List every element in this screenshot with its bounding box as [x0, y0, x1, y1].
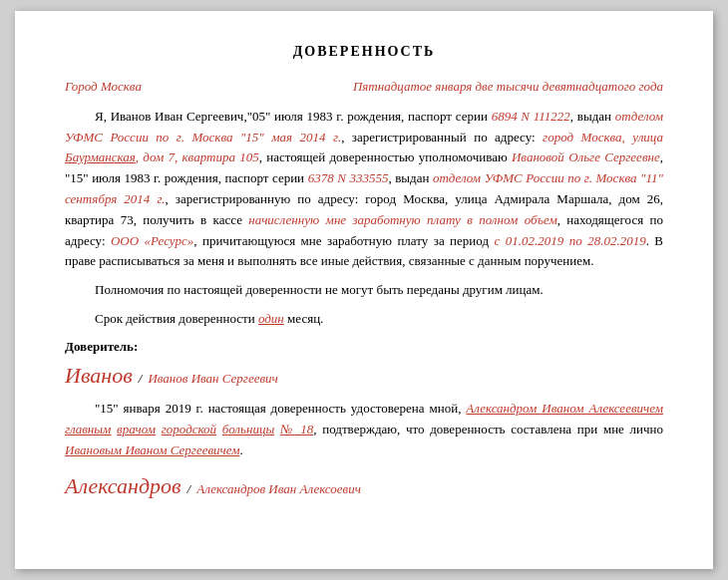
- document-title: ДОВЕРЕННОСТЬ: [65, 41, 663, 63]
- trustor-name2: Ивановым Иваном Сергеевичем: [65, 442, 240, 457]
- document-page: ДОВЕРЕННОСТЬ Город Москва Пятнадцатое ян…: [15, 11, 713, 569]
- purpose: начисленную мне заработную плату в полно…: [248, 212, 556, 227]
- notary-name: Александром Иваном Алексеевичем главным …: [65, 401, 663, 436]
- term-word: один: [258, 311, 284, 326]
- signature2-plain: Александров Иван Алексоевич: [196, 479, 361, 499]
- header-line: Город Москва Пятнадцатое января две тыся…: [65, 77, 663, 97]
- signature1-cursive: Иванов: [65, 359, 133, 393]
- notary-section: "15" января 2019 г. настоящая довереннос…: [65, 399, 663, 460]
- notary-signature-block: Александров / Александров Иван Алексоеви…: [65, 469, 663, 503]
- signature2-line: Александров / Александров Иван Алексоеви…: [65, 469, 663, 503]
- signature2-slash: /: [187, 479, 191, 499]
- paragraph-term: Срок действия доверенности один месяц.: [65, 309, 663, 329]
- main-paragraph: Я, Иванов Иван Сергеевич,"05" июля 1983 …: [65, 107, 663, 272]
- principal: Ивановой Ольге Сергеевне: [512, 149, 660, 164]
- paragraph-powers: Полномочия по настоящей доверенности не …: [65, 280, 663, 301]
- notary-paragraph: "15" января 2019 г. настоящая довереннос…: [65, 399, 663, 460]
- passport2: 6378 N 333555: [308, 170, 389, 185]
- date-label: Пятнадцатое января две тысячи девятнадца…: [353, 77, 663, 97]
- period: с 01.02.2019 по 28.02.2019: [495, 233, 646, 248]
- city-label: Город Москва: [65, 77, 142, 97]
- passport1: 6894 N 111222: [492, 109, 570, 124]
- signature1-slash: /: [139, 369, 143, 389]
- signature1-plain: Иванов Иван Сергеевич: [148, 369, 277, 389]
- trustor-block: Доверитель: Иванов / Иванов Иван Сергеев…: [65, 337, 663, 393]
- signature2-cursive: Александров: [65, 469, 182, 503]
- org: ООО «Ресурс»: [111, 233, 193, 248]
- trustor-label: Доверитель:: [65, 337, 663, 357]
- signature1-line: Иванов / Иванов Иван Сергеевич: [65, 359, 663, 393]
